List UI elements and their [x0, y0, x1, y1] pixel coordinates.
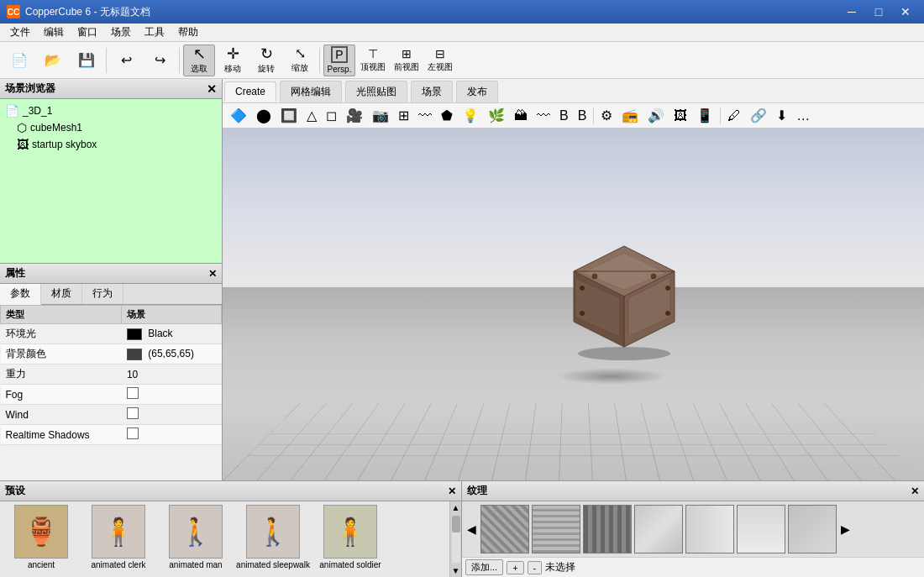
tab-publish[interactable]: 发布 [456, 81, 498, 102]
texture-minus-button[interactable]: - [528, 561, 543, 574]
icon-b2[interactable]: B [574, 105, 591, 127]
icon-curve[interactable]: 〰 [414, 105, 436, 127]
save-button[interactable]: 💾 [71, 45, 102, 76]
icon-plant[interactable]: 🌿 [484, 104, 509, 127]
wind-checkbox[interactable] [127, 407, 139, 419]
prop-value-shadows[interactable] [122, 425, 222, 445]
preset-ancient[interactable]: 🏺 ancient [3, 505, 79, 574]
tab-material[interactable]: 材质 [41, 284, 82, 304]
redo-button[interactable]: ↪ [144, 45, 176, 76]
app-icon: CC [7, 5, 20, 18]
preset-soldier[interactable]: 🧍 animated soldier [312, 505, 388, 574]
top-view[interactable]: ⊤ 顶视图 [357, 45, 389, 76]
minimize-button[interactable]: ─ [840, 3, 864, 20]
preset-man[interactable]: 🚶 animated man [158, 505, 234, 574]
icon-link[interactable]: 🔗 [746, 104, 771, 127]
menu-file[interactable]: 文件 [3, 24, 37, 41]
icon-light[interactable]: 💡 [458, 104, 483, 127]
icon-down[interactable]: ⬇ [772, 104, 791, 127]
icon-camera2[interactable]: 📷 [368, 104, 393, 127]
prop-value-fog[interactable] [122, 385, 222, 405]
icon-sound[interactable]: 📻 [617, 104, 643, 127]
left-view[interactable]: ⊟ 左视图 [424, 45, 456, 76]
textures-close[interactable]: ✕ [911, 485, 919, 497]
prop-value-bgcolor[interactable]: (65,65,65) [122, 344, 222, 365]
texture-0[interactable] [480, 505, 529, 553]
close-button[interactable]: ✕ [894, 3, 917, 20]
open-button[interactable]: 📂 [37, 45, 69, 76]
fog-checkbox[interactable] [127, 387, 139, 399]
icon-sphere[interactable]: ⬤ [252, 104, 276, 127]
tab-scene[interactable]: 场景 [411, 81, 453, 102]
preset-thumb-clerk: 🧍 [92, 505, 145, 559]
texture-4[interactable] [685, 505, 734, 553]
textures-left-arrow[interactable]: ◀ [465, 521, 478, 538]
scale-tool[interactable]: ⤡ 缩放 [284, 45, 316, 76]
icon-camera[interactable]: 🎥 [342, 104, 367, 127]
scene-browser-close[interactable]: ✕ [207, 82, 217, 96]
scroll-down-arrow[interactable]: ▼ [450, 564, 461, 577]
menu-help[interactable]: 帮助 [171, 24, 205, 41]
shadows-checkbox[interactable] [127, 428, 139, 439]
texture-1[interactable] [532, 505, 580, 553]
icon-cone[interactable]: △ [302, 104, 321, 127]
icon-grid[interactable]: ⊞ [394, 104, 413, 127]
prop-value-gravity[interactable]: 10 [122, 365, 222, 385]
tab-behavior[interactable]: 行为 [82, 284, 123, 304]
menu-edit[interactable]: 编辑 [37, 24, 71, 41]
icon-water[interactable]: 〰 [533, 105, 554, 127]
icon-speaker[interactable]: 🔊 [643, 104, 669, 127]
prop-value-wind[interactable] [122, 405, 222, 425]
texture-5[interactable] [737, 505, 785, 553]
preset-sleepwalk[interactable]: 🚶 animated sleepwalk [235, 505, 311, 574]
tab-lightmap[interactable]: 光照贴图 [345, 81, 407, 102]
preset-clerk[interactable]: 🧍 animated clerk [81, 505, 156, 574]
color-swatch-bgcolor [127, 349, 142, 360]
texture-plus-button[interactable]: + [507, 561, 523, 574]
undo-button[interactable]: ↩ [110, 45, 142, 76]
select-tool[interactable]: ↖ 选取 [183, 45, 215, 76]
properties-close[interactable]: ✕ [208, 268, 217, 280]
menu-window[interactable]: 窗口 [71, 24, 104, 41]
maximize-button[interactable]: □ [867, 3, 890, 20]
tab-params[interactable]: 参数 [0, 284, 41, 305]
tab-create[interactable]: Create [224, 81, 276, 102]
icon-b1[interactable]: B [555, 105, 573, 127]
presets-scrollbar[interactable]: ▲ ▼ [449, 501, 461, 577]
texture-2[interactable] [583, 505, 632, 553]
icon-image[interactable]: 🖼 [669, 105, 691, 127]
persp-view[interactable]: P Persp. [323, 45, 355, 76]
prop-value-ambient[interactable]: Black [122, 324, 222, 344]
icon-box[interactable]: 🔲 [276, 104, 302, 127]
tree-item-cubemesh[interactable]: ⬡ cubeMesh1 [0, 119, 222, 136]
icon-terrain[interactable]: 🏔 [510, 105, 532, 127]
textures-right-arrow[interactable]: ▶ [839, 521, 852, 538]
presets-close[interactable]: ✕ [448, 485, 456, 497]
texture-3[interactable] [634, 505, 683, 553]
move-tool[interactable]: ✛ 移动 [217, 45, 249, 76]
icon-plane[interactable]: ◻ [322, 104, 341, 127]
icon-shape[interactable]: ⬟ [437, 104, 457, 127]
icon-cube[interactable]: 🔷 [226, 104, 251, 127]
textures-footer: 添加... + - 未选择 [462, 557, 924, 577]
rotate-tool[interactable]: ↻ 旋转 [250, 45, 282, 76]
icon-mobile[interactable]: 📱 [692, 104, 717, 127]
preset-thumb-ancient: 🏺 [14, 505, 68, 559]
title-bar: CC CopperCube 6 - 无标题文档 ─ □ ✕ [0, 0, 924, 24]
tree-item-skybox[interactable]: 🖼 startup skybox [0, 136, 222, 153]
scroll-up-arrow[interactable]: ▲ [450, 501, 461, 514]
menu-tools[interactable]: 工具 [138, 24, 171, 41]
new-button[interactable]: 📄 [3, 45, 35, 76]
scroll-knob[interactable] [452, 516, 460, 532]
3d-viewport[interactable] [223, 129, 924, 480]
scene-browser-title: 场景浏览器 [5, 81, 55, 96]
texture-6[interactable] [788, 505, 837, 553]
add-texture-button[interactable]: 添加... [465, 559, 503, 575]
menu-scene[interactable]: 场景 [104, 24, 138, 41]
icon-pen[interactable]: 🖊 [723, 105, 745, 127]
front-view[interactable]: ⊞ 前视图 [391, 45, 423, 76]
tab-mesh-edit[interactable]: 网格编辑 [280, 81, 342, 102]
icon-more[interactable]: … [792, 105, 814, 127]
icon-gear[interactable]: ⚙ [596, 104, 617, 127]
tree-item-3d1[interactable]: 📄 _3D_1 [0, 102, 222, 119]
